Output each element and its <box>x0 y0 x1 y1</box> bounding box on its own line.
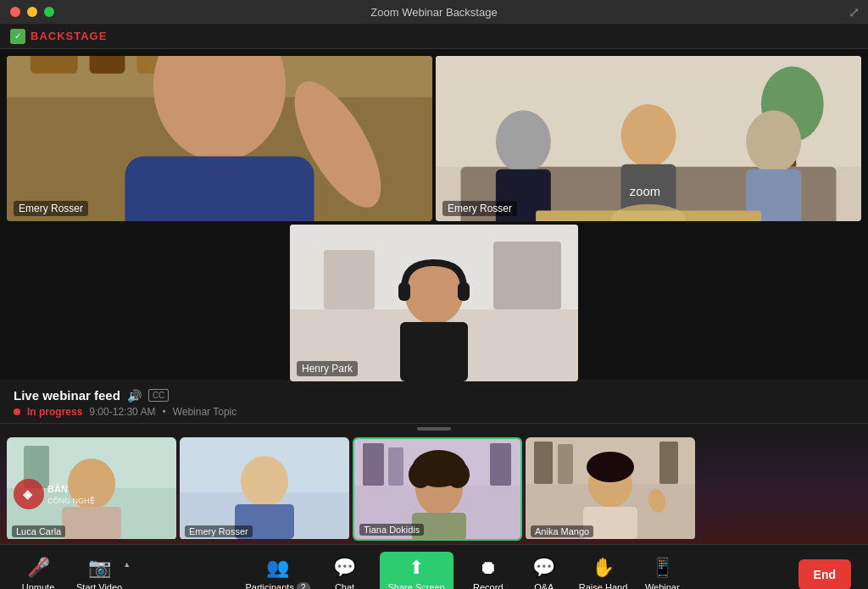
webinar-button[interactable]: 📱 Webinar <box>641 557 683 590</box>
svg-text:◈: ◈ <box>22 487 33 501</box>
participants-label: Participants 2 <box>245 582 309 590</box>
thumb-name-anika: Anika Mango <box>531 525 593 537</box>
svg-rect-30 <box>400 322 468 381</box>
video-placeholder-3 <box>290 225 578 381</box>
maximize-button[interactable] <box>44 7 54 17</box>
thumb-name-tiana: Tiana Dokidis <box>359 524 424 536</box>
traffic-lights <box>10 7 54 17</box>
video-grid-top: Emery Rosser zoom <box>7 56 861 221</box>
share-screen-button[interactable]: ⬆ Share Screen <box>380 552 453 590</box>
svg-rect-43 <box>388 447 403 486</box>
svg-text:zoom: zoom <box>630 185 660 198</box>
chat-label: Chat <box>335 582 354 590</box>
video-placeholder-2: zoom <box>436 56 861 221</box>
unmute-label: Unmute <box>22 582 55 590</box>
svg-rect-26 <box>493 242 561 309</box>
chat-icon: 💬 <box>333 557 356 579</box>
qa-icon: 💬 <box>532 557 555 579</box>
toolbar-left: 🎤 Unmute 📷 Start Video ▲ <box>17 557 131 590</box>
title-bar: Zoom Webinar Backstage ⤢ <box>0 0 868 24</box>
fullscreen-icon[interactable]: ⤢ <box>849 4 860 20</box>
svg-point-38 <box>241 456 288 507</box>
svg-rect-53 <box>558 444 573 484</box>
close-button[interactable] <box>10 7 20 17</box>
start-video-button[interactable]: 📷 Start Video <box>76 557 122 590</box>
webinar-status: In progress 9:00-12:30 AM • Webinar Topi… <box>14 406 854 418</box>
video-cell-emery2: zoom Emery Rosser <box>436 56 861 221</box>
record-button[interactable]: ⏺ Record <box>467 557 509 590</box>
drag-handle[interactable] <box>0 424 868 434</box>
chat-button[interactable]: 💬 Chat <box>324 557 366 590</box>
video-cell-emery1: Emery Rosser <box>7 56 432 221</box>
window-title: Zoom Webinar Backstage <box>370 6 497 19</box>
raise-hand-button[interactable]: ✋ Raise Hand <box>579 557 627 590</box>
thumb-name-luca: Luca Carla <box>12 525 65 537</box>
watermark: ◈ BÀN CÔNG NGHỆ <box>12 475 114 517</box>
svg-rect-28 <box>398 282 410 301</box>
raise-hand-label: Raise Hand <box>579 582 627 590</box>
webinar-label: Webinar <box>645 582 680 590</box>
status-in-progress: In progress <box>27 406 82 418</box>
svg-text:CÔNG NGHỆ: CÔNG NGHỆ <box>47 496 95 505</box>
status-dot <box>14 408 20 415</box>
svg-point-14 <box>496 110 551 173</box>
audio-icon[interactable]: 🔊 <box>127 389 142 403</box>
toolbar: 🎤 Unmute 📷 Start Video ▲ 👥 Participants … <box>0 544 868 589</box>
toolbar-right: End <box>798 559 851 590</box>
minimize-button[interactable] <box>27 7 37 17</box>
svg-rect-2 <box>31 56 78 74</box>
toolbar-center: 👥 Participants 2 💬 Chat ⬆ Share Screen ⏺… <box>245 552 683 590</box>
svg-rect-29 <box>458 282 470 301</box>
unmute-button[interactable]: 🎤 Unmute <box>17 557 59 590</box>
record-label: Record <box>473 582 503 590</box>
raise-hand-icon: ✋ <box>592 557 615 579</box>
status-time: 9:00-12:30 AM <box>89 406 155 418</box>
participants-button[interactable]: 👥 Participants 2 <box>245 557 309 590</box>
video-icon: 📷 <box>88 557 111 579</box>
video-placeholder-1 <box>7 56 432 221</box>
qa-button[interactable]: 💬 Q&A <box>523 557 565 590</box>
svg-text:BÀN: BÀN <box>47 484 68 494</box>
video-grid-bottom: Henry Park <box>7 225 861 381</box>
start-video-group: 📷 Start Video ▲ <box>76 557 131 590</box>
share-screen-icon: ⬆ <box>409 557 424 579</box>
svg-rect-7 <box>125 156 314 221</box>
participant-thumb-emery[interactable]: Emery Rosser <box>180 437 349 541</box>
participants-count: 2 <box>297 582 310 590</box>
participants-icon: 👥 <box>266 557 289 579</box>
share-screen-label: Share Screen <box>388 582 445 590</box>
video-cell-henry: Henry Park <box>290 225 578 381</box>
participant-thumb-tiana[interactable]: Tiana Dokidis <box>353 437 522 541</box>
live-webinar-feed-text: Live webinar feed <box>14 388 120 403</box>
start-video-label: Start Video <box>76 582 122 590</box>
end-button[interactable]: End <box>798 559 851 590</box>
main-video-area: Emery Rosser zoom <box>0 49 868 380</box>
thumb-name-emery: Emery Rosser <box>185 525 253 537</box>
svg-rect-25 <box>324 250 375 309</box>
separator: • <box>162 406 165 418</box>
participant-name-emery2: Emery Rosser <box>442 201 517 216</box>
webinar-feed-label: Live webinar feed 🔊 CC <box>14 388 854 403</box>
svg-point-47 <box>409 461 432 488</box>
svg-rect-52 <box>534 442 553 484</box>
participant-strip: Luca Carla Emery Rosser Tiana Dokidis <box>0 434 868 544</box>
qa-label: Q&A <box>534 582 554 590</box>
start-video-arrow[interactable]: ▲ <box>123 560 131 569</box>
backstage-label: BACKSTAGE <box>31 30 107 42</box>
participant-name-henry: Henry Park <box>297 361 358 376</box>
svg-rect-3 <box>90 56 125 74</box>
svg-rect-44 <box>490 443 511 486</box>
webinar-topic: Webinar Topic <box>173 406 237 418</box>
drag-line <box>417 427 451 431</box>
info-area: Live webinar feed 🔊 CC In progress 9:00-… <box>0 380 868 424</box>
svg-rect-54 <box>659 442 678 484</box>
participant-thumb-anika[interactable]: Anika Mango <box>526 437 695 541</box>
record-icon: ⏺ <box>479 557 498 579</box>
svg-point-56 <box>587 452 634 482</box>
svg-point-16 <box>621 104 676 167</box>
backstage-bar: ✓ BACKSTAGE <box>0 24 868 49</box>
participant-name-emery1: Emery Rosser <box>14 201 88 216</box>
backstage-badge: ✓ BACKSTAGE <box>10 29 107 44</box>
backstage-icon: ✓ <box>10 29 25 44</box>
cc-badge: CC <box>148 389 169 402</box>
